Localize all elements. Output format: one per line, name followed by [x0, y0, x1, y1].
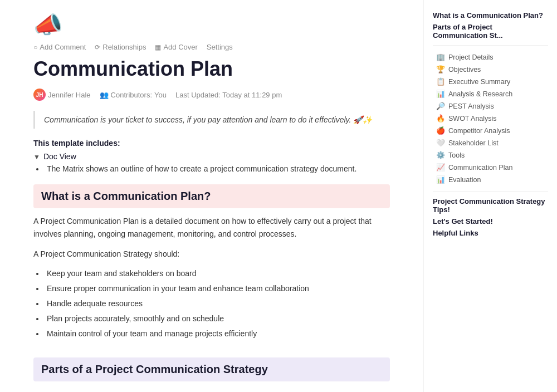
sidebar-item-label: Executive Summary: [448, 78, 510, 86]
author-name: Jennifer Hale: [48, 91, 91, 99]
avatar: JH: [33, 89, 46, 101]
contributors-label: Contributors:: [111, 91, 152, 99]
sidebar-item-label: Competitor Analysis: [448, 127, 510, 135]
settings-label: Settings: [207, 43, 233, 51]
list-item: Keep your team and stakeholders on board: [45, 268, 390, 280]
toolbar: ○ Add Comment ⟳ Relationships ▦ Add Cove…: [33, 43, 390, 51]
sidebar-item-label: Tools: [448, 151, 465, 159]
sidebar-item-icon: 🍎: [436, 126, 445, 135]
sidebar-item[interactable]: ⚙️Tools: [433, 149, 548, 161]
sidebar-item-icon: 🏆: [436, 65, 445, 74]
sidebar-item-icon: 📈: [436, 163, 445, 171]
template-bullet-list: The Matrix shows an outline of how to cr…: [33, 164, 390, 173]
last-updated-info: Last Updated: Today at 11:29 pm: [175, 91, 282, 99]
sidebar-bottom-item[interactable]: Let's Get Started!: [433, 217, 548, 226]
sidebar-item-label: Stakeholder List: [448, 139, 499, 147]
quote-text: Communication is your ticket to success,…: [44, 115, 372, 124]
last-updated-value: Today at 11:29 pm: [222, 91, 282, 99]
sidebar-item-label: Objectives: [448, 66, 481, 74]
sidebar-item-icon: ⚙️: [436, 151, 445, 159]
sidebar-item-icon: 📊: [436, 175, 445, 184]
sidebar-top-item[interactable]: Parts of a Project Communication St...: [433, 23, 548, 40]
sidebar-item[interactable]: 📋Executive Summary: [433, 76, 548, 87]
contributors-info: 👥 Contributors: You: [100, 91, 167, 99]
sidebar-item-icon: 🔥: [436, 114, 445, 122]
list-item: Plan projects accurately, smoothly and o…: [45, 313, 390, 325]
sidebar-item-label: Communication Plan: [448, 164, 512, 171]
sidebar-top-item[interactable]: What is a Communication Plan?: [433, 11, 548, 19]
sidebar-item[interactable]: 🍎Competitor Analysis: [433, 125, 548, 136]
what-section: What is a Communication Plan? A Project …: [33, 184, 390, 340]
add-comment-button[interactable]: ○ Add Comment: [33, 43, 86, 51]
contributors-icon: 👥: [100, 91, 109, 99]
page-title: Communication Plan: [33, 57, 390, 81]
add-cover-button[interactable]: ▦ Add Cover: [155, 43, 197, 51]
main-content: 📣 ○ Add Comment ⟳ Relationships ▦ Add Co…: [0, 0, 423, 392]
relationships-button[interactable]: ⟳ Relationships: [95, 43, 146, 51]
cover-icon: ▦: [155, 43, 161, 51]
comment-icon: ○: [33, 43, 37, 51]
relationships-label: Relationships: [102, 43, 146, 51]
toggle-arrow-icon[interactable]: ▼: [33, 153, 40, 161]
sidebar-item-icon: 📊: [436, 90, 445, 98]
add-cover-label: Add Cover: [163, 43, 197, 51]
sidebar-item-label: Analysis & Research: [448, 90, 512, 98]
what-heading-block: What is a Communication Plan?: [33, 184, 390, 208]
list-item: The Matrix shows an outline of how to cr…: [45, 164, 390, 173]
strategy-list: Keep your team and stakeholders on board…: [33, 268, 390, 340]
sidebar-item-icon: 🔎: [436, 102, 445, 110]
sidebar-item[interactable]: 🔎PEST Analysis: [433, 100, 548, 112]
sidebar-item-icon: 🤍: [436, 139, 445, 147]
sidebar-bottom-item[interactable]: Helpful Links: [433, 229, 548, 237]
list-item: Ensure proper communication in your team…: [45, 283, 390, 295]
sidebar-item-icon: 📋: [436, 77, 445, 86]
last-updated-label: Last Updated:: [175, 91, 221, 99]
parts-heading-block: Parts of a Project Communication Strateg…: [33, 357, 390, 381]
list-item: Handle adequate resources: [45, 298, 390, 310]
sidebar-item-label: Project Details: [448, 53, 494, 61]
sidebar: What is a Communication Plan?Parts of a …: [423, 0, 557, 392]
sidebar-item[interactable]: 🏢Project Details: [433, 51, 548, 63]
list-item: Maintain control of your team and manage…: [45, 328, 390, 340]
sidebar-item-label: SWOT Analysis: [448, 115, 497, 122]
doc-view-row: ▼ Doc View: [33, 152, 390, 161]
sidebar-divider: [433, 45, 548, 46]
settings-button[interactable]: Settings: [207, 43, 233, 51]
what-paragraph2: A Project Communication Strategy should:: [33, 248, 390, 260]
sidebar-item-icon: 🏢: [436, 53, 445, 61]
author-info: JH Jennifer Hale: [33, 89, 91, 101]
parts-section: Parts of a Project Communication Strateg…: [33, 357, 390, 381]
sidebar-item[interactable]: 📊Evaluation: [433, 174, 548, 185]
sidebar-item-label: PEST Analysis: [448, 102, 494, 110]
quote-block: Communication is your ticket to success,…: [33, 111, 390, 129]
add-comment-label: Add Comment: [40, 43, 86, 51]
relationships-icon: ⟳: [95, 43, 100, 51]
page-icon: 📣: [33, 11, 390, 38]
contributors-value: You: [154, 91, 167, 99]
sidebar-bottom-item[interactable]: Project Communication Strategy Tips!: [433, 197, 548, 214]
what-paragraph1: A Project Communication Plan is a detail…: [33, 215, 390, 240]
sidebar-item[interactable]: 📈Communication Plan: [433, 161, 548, 173]
sidebar-item[interactable]: 🔥SWOT Analysis: [433, 112, 548, 124]
sidebar-item[interactable]: 📊Analysis & Research: [433, 88, 548, 100]
what-heading: What is a Communication Plan?: [41, 190, 382, 203]
sidebar-item-label: Evaluation: [448, 176, 481, 184]
sidebar-divider: [433, 191, 548, 192]
template-section: This template includes: ▼ Doc View The M…: [33, 139, 390, 173]
sidebar-item[interactable]: 🤍Stakeholder List: [433, 137, 548, 149]
parts-heading: Parts of a Project Communication Strateg…: [41, 363, 382, 376]
sidebar-item[interactable]: 🏆Objectives: [433, 63, 548, 75]
doc-view-label: Doc View: [43, 152, 76, 161]
meta-row: JH Jennifer Hale 👥 Contributors: You Las…: [33, 89, 390, 101]
template-title: This template includes:: [33, 139, 390, 148]
